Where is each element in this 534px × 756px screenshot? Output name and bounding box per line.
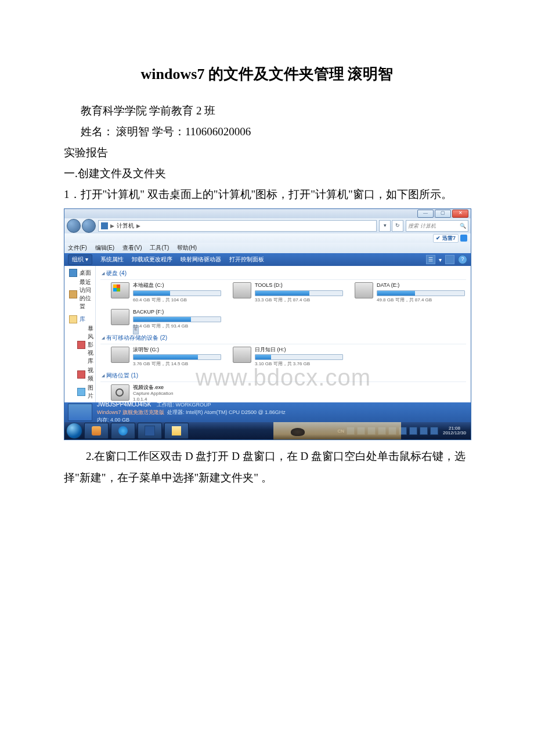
- drive-icon: [233, 282, 251, 298]
- sidebar-label: 文档: [88, 401, 93, 402]
- doc-line-section1: 一.创建文件及文件夹: [64, 163, 470, 184]
- drive-name: BACKUP (F:): [133, 309, 221, 315]
- drive-f[interactable]: BACKUP (F:) 31.4 GB 可用，共 93.4 GB: [111, 309, 221, 329]
- drive-g[interactable]: 滚明智 (G:) 3.76 GB 可用，共 14.5 GB: [111, 347, 221, 367]
- command-toolbar: 组织 ▾ 系统属性 卸载或更改程序 映射网络驱动器 打开控制面板 ☰ ▾ ?: [64, 253, 471, 266]
- preview-pane-button[interactable]: [445, 255, 454, 264]
- libraries-icon: [69, 315, 77, 323]
- menu-bar: 文件(F) 编辑(E) 查看(V) 工具(T) 帮助(H): [64, 243, 471, 253]
- drive-e[interactable]: DATA (E:) 49.8 GB 可用，共 87.4 GB: [355, 282, 465, 303]
- address-bar[interactable]: ▶ 计算机 ▶: [98, 220, 377, 232]
- drive-d[interactable]: TOOLS (D:) 33.3 GB 可用，共 87.4 GB: [233, 282, 343, 303]
- taskbar-clock[interactable]: 21:08 2012/12/30: [441, 426, 468, 437]
- menu-view[interactable]: 查看(V): [122, 244, 142, 252]
- group-header-hdd[interactable]: 硬盘 (4): [100, 268, 466, 280]
- search-icon: 🔍: [460, 223, 466, 229]
- breadcrumb-arrow-icon[interactable]: ▶: [136, 223, 140, 229]
- doc-line-name: 姓名： 滚明智 学号：110606020006: [64, 121, 470, 142]
- usage-bar: [133, 354, 221, 360]
- taskbar-app-users[interactable]: [84, 423, 109, 439]
- details-pane: JWBJSPP4MOJ4I5K 工作组: WORKGROUP Windows7 …: [64, 402, 471, 422]
- uninstall-button[interactable]: 卸载或更改程序: [132, 255, 172, 264]
- drive-icon: [111, 282, 129, 298]
- ie-icon: [118, 426, 128, 435]
- view-dropdown-icon[interactable]: ▾: [439, 257, 442, 263]
- drive-icon: [111, 309, 129, 325]
- nav-forward-button[interactable]: [82, 219, 96, 233]
- workgroup-value: WORKGROUP: [175, 402, 211, 408]
- doc-line-step2: 2.在窗口工作区双击 D 盘打开 D 盘窗口，在 D 盘窗口空白处单击鼠标右键，…: [64, 446, 470, 488]
- taskbar-app-explorer[interactable]: [164, 423, 189, 439]
- drive-name: 本地磁盘 (C:): [133, 282, 221, 289]
- explorer-icon: [172, 426, 181, 435]
- usage-text: 3.10 GB 可用，共 3.76 GB: [255, 361, 343, 367]
- taskbar-app-word[interactable]: [138, 423, 162, 439]
- group-header-network[interactable]: 网络位置 (1): [100, 370, 466, 382]
- sidebar-item-recent[interactable]: 最近访问的位置: [68, 278, 92, 311]
- search-placeholder: 搜索 计算机: [408, 222, 436, 230]
- control-panel-button[interactable]: 打开控制面板: [229, 255, 264, 264]
- window-titlebar: — ▢ ✕: [64, 209, 471, 218]
- address-row: ▶ 计算机 ▶ ▾ ↻ 搜索 计算机 🔍: [64, 218, 471, 233]
- workgroup-label: 工作组:: [157, 402, 174, 408]
- xunlei-icon[interactable]: [460, 235, 467, 242]
- sidebar-label: 视频: [88, 366, 93, 383]
- document-title: windows7 的文件及文件夹管理 滚明智: [64, 64, 470, 84]
- sidebar-item-desktop[interactable]: 桌面: [68, 268, 92, 278]
- sidebar-label: 图片: [88, 384, 93, 400]
- system-properties-button[interactable]: 系统属性: [100, 255, 124, 264]
- netloc-desc: Capture Application: [133, 391, 173, 397]
- map-drive-button[interactable]: 映射网络驱动器: [181, 255, 221, 264]
- tray-signal-icon[interactable]: [430, 427, 438, 435]
- tray-flag-icon[interactable]: [420, 427, 428, 435]
- computer-icon: [101, 222, 108, 229]
- usage-bar: [255, 354, 343, 360]
- sidebar-item-documents[interactable]: 文档: [68, 401, 92, 402]
- doc-line-dept: 教育科学学院 学前教育 2 班: [64, 100, 470, 121]
- doc-line-step1: 1．打开"计算机" 双击桌面上的"计算机"图标，打开"计算机"窗口，如下图所示。: [64, 184, 470, 205]
- users-icon: [92, 426, 101, 435]
- nav-back-button[interactable]: [67, 219, 81, 233]
- sidebar-item-libraries[interactable]: 库: [68, 315, 92, 324]
- usage-text: 3.76 GB 可用，共 14.5 GB: [133, 361, 221, 367]
- pictures-icon: [77, 388, 85, 396]
- recent-icon: [69, 290, 77, 298]
- menu-file[interactable]: 文件(F): [68, 244, 87, 252]
- drive-c[interactable]: 本地磁盘 (C:) 60.4 GB 可用，共 104 GB: [111, 282, 221, 303]
- navigation-pane: 桌面 最近访问的位置 库 暴风影视库 视频 图片 文档 迅雷下载 音乐 家庭组 …: [64, 266, 96, 402]
- doc-line-report: 实验报告: [64, 142, 470, 163]
- sidebar-item-videos[interactable]: 视频: [68, 366, 92, 383]
- network-location-item[interactable]: 视频设备.exe Capture Application 1.0.1.4: [100, 382, 466, 402]
- taskbar-app-ie[interactable]: [111, 423, 135, 439]
- menu-edit[interactable]: 编辑(E): [95, 244, 114, 252]
- group-header-removable[interactable]: 有可移动存储的设备 (2): [100, 333, 466, 344]
- maximize-button[interactable]: ▢: [435, 210, 451, 218]
- tray-volume-icon[interactable]: [409, 427, 417, 435]
- usage-text: 60.4 GB 可用，共 104 GB: [133, 297, 221, 303]
- xunlei-badge[interactable]: ✔ 迅雷7: [433, 234, 459, 243]
- drive-h[interactable]: 日月知日 (H:) 3.10 GB 可用，共 3.76 GB: [233, 347, 343, 367]
- sidebar-item-pictures[interactable]: 图片: [68, 383, 92, 401]
- organize-button[interactable]: 组织 ▾: [68, 254, 92, 265]
- content-pane[interactable]: 硬盘 (4) 本地磁盘 (C:) 60.4 GB 可用，共 104 GB: [96, 266, 471, 402]
- menu-help[interactable]: 帮助(H): [177, 244, 197, 252]
- search-input[interactable]: 搜索 计算机 🔍: [406, 220, 468, 232]
- usage-text: 33.3 GB 可用，共 87.4 GB: [255, 297, 343, 303]
- sidebar-item-stormvideo[interactable]: 暴风影视库: [68, 324, 92, 366]
- desktop-icon: [69, 269, 77, 277]
- refresh-button[interactable]: ↻: [392, 220, 403, 232]
- start-button[interactable]: [67, 423, 82, 438]
- drive-name: DATA (E:): [377, 282, 465, 289]
- drive-name: TOOLS (D:): [255, 282, 343, 289]
- close-button[interactable]: ✕: [452, 210, 468, 218]
- minimize-button[interactable]: —: [417, 210, 434, 218]
- view-mode-button[interactable]: ☰: [426, 255, 435, 264]
- address-dropdown-button[interactable]: ▾: [379, 220, 391, 232]
- help-button[interactable]: ?: [458, 255, 467, 264]
- cpu-value: Intel(R) Atom(TM) CPU D2500 @ 1.86GHz: [186, 409, 286, 415]
- breadcrumb-computer[interactable]: 计算机: [117, 222, 134, 230]
- netloc-version: 1.0.1.4: [133, 397, 173, 402]
- sidebar-label: 暴风影视库: [88, 325, 93, 365]
- menu-tools[interactable]: 工具(T): [150, 244, 169, 252]
- drive-icon: [355, 282, 373, 298]
